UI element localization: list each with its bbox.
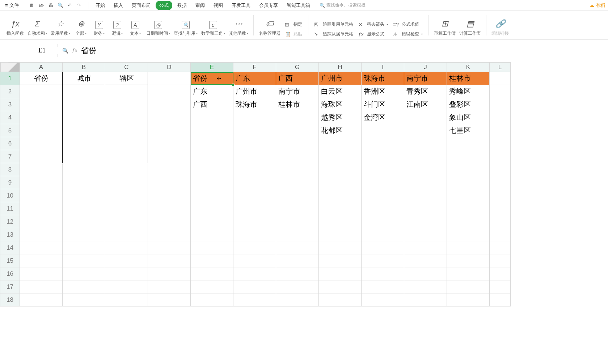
cell-I13[interactable] [362, 228, 404, 241]
cell-C7[interactable] [105, 150, 148, 163]
cell-E5[interactable] [191, 124, 233, 137]
cell-J7[interactable] [404, 150, 447, 163]
row-header-18[interactable]: 18 [0, 293, 20, 306]
cell-A2[interactable] [20, 85, 63, 98]
tab-视图[interactable]: 视图 [210, 1, 227, 10]
cell-I6[interactable] [362, 137, 404, 150]
cell-I9[interactable] [362, 176, 404, 189]
cell-B14[interactable] [63, 241, 105, 254]
cell-I1[interactable]: 珠海市 [362, 72, 404, 85]
cell-I5[interactable] [362, 124, 404, 137]
common-functions-button[interactable]: ☆ 常用函数▾ [50, 17, 71, 38]
row-header-12[interactable]: 12 [0, 215, 20, 228]
cell-G16[interactable] [276, 267, 319, 280]
cell-E16[interactable] [191, 267, 233, 280]
cell-I17[interactable] [362, 280, 404, 293]
cell-H2[interactable]: 白云区 [319, 85, 362, 98]
insert-function-button[interactable]: ƒx 插入函数 [6, 17, 25, 38]
datetime-button[interactable]: ◷ 日期和时间▾ [145, 20, 171, 38]
cell-H1[interactable]: 广州市 [319, 72, 362, 85]
cell-F2[interactable]: 广州市 [233, 85, 276, 98]
fx-label[interactable]: ƒx [72, 47, 77, 54]
cell-I7[interactable] [362, 150, 404, 163]
cell-E17[interactable] [191, 280, 233, 293]
cell-F18[interactable] [233, 293, 276, 306]
cell-F11[interactable] [233, 202, 276, 215]
cell-F1[interactable]: 广东 [233, 72, 276, 85]
cell-K15[interactable] [447, 254, 490, 267]
cell-K8[interactable] [447, 163, 490, 176]
cell-F8[interactable] [233, 163, 276, 176]
row-header-3[interactable]: 3 [0, 98, 20, 111]
row-header-15[interactable]: 15 [0, 254, 20, 267]
cell-D6[interactable] [148, 137, 191, 150]
fill-handle[interactable] [232, 84, 235, 86]
cell-G2[interactable]: 南宁市 [276, 85, 319, 98]
cell-B17[interactable] [63, 280, 105, 293]
all-functions-button[interactable]: ⊛ 全部▾ [73, 17, 89, 38]
cell-B1[interactable]: 城市 [63, 72, 105, 85]
cell-K14[interactable] [447, 241, 490, 254]
cell-K11[interactable] [447, 202, 490, 215]
cell-E14[interactable] [191, 241, 233, 254]
row-header-8[interactable]: 8 [0, 163, 20, 176]
cell-L7[interactable] [490, 150, 511, 163]
cell-D9[interactable] [148, 176, 191, 189]
col-header-A[interactable]: A [20, 63, 63, 72]
cell-C3[interactable] [105, 98, 148, 111]
open-icon[interactable]: 🗁 [38, 2, 45, 9]
cell-E8[interactable] [191, 163, 233, 176]
cell-E1[interactable]: 省份✢ [191, 72, 233, 85]
cell-A1[interactable]: 省份 [20, 72, 63, 85]
cell-C8[interactable] [105, 163, 148, 176]
cell-J8[interactable] [404, 163, 447, 176]
cell-H13[interactable] [319, 228, 362, 241]
cell-D1[interactable] [148, 72, 191, 85]
cell-A8[interactable] [20, 163, 63, 176]
cell-J6[interactable] [404, 137, 447, 150]
cell-J12[interactable] [404, 215, 447, 228]
cell-K13[interactable] [447, 228, 490, 241]
tab-智能工具箱[interactable]: 智能工具箱 [283, 1, 314, 10]
cell-A5[interactable] [20, 124, 63, 137]
cell-C2[interactable] [105, 85, 148, 98]
col-header-K[interactable]: K [447, 63, 490, 72]
calc-sheet-button[interactable]: ▤ 计算工作表 [459, 17, 482, 38]
cell-G8[interactable] [276, 163, 319, 176]
cell-K2[interactable]: 秀峰区 [447, 85, 490, 98]
error-check-button[interactable]: ⚠错误检查▾ [392, 30, 424, 38]
tab-会员专享[interactable]: 会员专享 [256, 1, 282, 10]
tab-公式[interactable]: 公式 [156, 1, 172, 10]
spreadsheet-grid[interactable]: ABCDEFGHIJKL1省份城市辖区省份✢广东广西广州市珠海市南宁市桂林市2广… [0, 62, 608, 306]
cell-B10[interactable] [63, 189, 105, 202]
cell-D5[interactable] [148, 124, 191, 137]
cell-I12[interactable] [362, 215, 404, 228]
cell-D17[interactable] [148, 280, 191, 293]
cell-H8[interactable] [319, 163, 362, 176]
cell-J13[interactable] [404, 228, 447, 241]
cell-L5[interactable] [490, 124, 511, 137]
cell-A16[interactable] [20, 267, 63, 280]
cell-K1[interactable]: 桂林市 [447, 72, 490, 85]
cell-C16[interactable] [105, 267, 148, 280]
cell-K18[interactable] [447, 293, 490, 306]
cell-I4[interactable]: 金湾区 [362, 111, 404, 124]
formula-value[interactable]: 省份 [81, 45, 97, 56]
cell-J15[interactable] [404, 254, 447, 267]
cell-A6[interactable] [20, 137, 63, 150]
cell-J3[interactable]: 江南区 [404, 98, 447, 111]
cell-E7[interactable] [191, 150, 233, 163]
cell-K7[interactable] [447, 150, 490, 163]
cell-H17[interactable] [319, 280, 362, 293]
cell-D10[interactable] [148, 189, 191, 202]
cell-I11[interactable] [362, 202, 404, 215]
cell-D2[interactable] [148, 85, 191, 98]
cell-E4[interactable] [191, 111, 233, 124]
row-header-11[interactable]: 11 [0, 202, 20, 215]
cell-G7[interactable] [276, 150, 319, 163]
cell-B18[interactable] [63, 293, 105, 306]
cell-I3[interactable]: 斗门区 [362, 98, 404, 111]
cell-A18[interactable] [20, 293, 63, 306]
preview-icon[interactable]: 🔍 [57, 2, 64, 9]
cell-D3[interactable] [148, 98, 191, 111]
